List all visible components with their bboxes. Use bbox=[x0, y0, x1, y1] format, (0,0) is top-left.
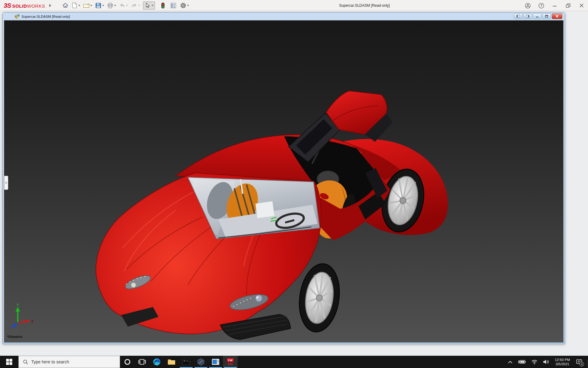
doc-close-icon bbox=[555, 15, 559, 18]
task-view-button[interactable] bbox=[135, 356, 149, 368]
menu-flyout-arrow-icon[interactable] bbox=[49, 4, 51, 7]
notification-badge: 3 bbox=[579, 362, 584, 366]
document-title: Supercar.SLDASM [Read-only] bbox=[14, 14, 70, 19]
open-dropdown[interactable] bbox=[90, 5, 92, 6]
command-prompt-icon: C:\_ bbox=[183, 359, 190, 365]
save-dropdown[interactable] bbox=[102, 5, 104, 6]
doc-restore-button[interactable] bbox=[542, 13, 551, 19]
clock-date: 3/5/2021 bbox=[555, 362, 570, 366]
taskbar-edge[interactable] bbox=[149, 356, 164, 368]
print-button[interactable] bbox=[107, 2, 114, 10]
network-status[interactable] bbox=[529, 356, 540, 368]
design-library-button[interactable] bbox=[170, 2, 177, 10]
triad-y-label: Y bbox=[17, 303, 19, 307]
save-icon bbox=[96, 3, 101, 8]
windows-logo-icon bbox=[6, 359, 12, 365]
new-document-icon bbox=[72, 2, 77, 8]
search-input[interactable] bbox=[31, 359, 108, 364]
select-tool-group bbox=[143, 2, 155, 10]
open-folder-icon bbox=[83, 3, 90, 8]
undo-dropdown[interactable] bbox=[126, 5, 128, 6]
solidworks-2021-icon: SW 2021 bbox=[227, 358, 234, 366]
print-icon bbox=[107, 3, 113, 8]
undo-icon bbox=[119, 3, 125, 8]
select-tool-dropdown[interactable] bbox=[152, 5, 153, 6]
rebuild-button[interactable] bbox=[159, 2, 167, 10]
minimize-icon bbox=[552, 3, 557, 8]
options-button[interactable] bbox=[179, 2, 187, 10]
window-title: Supercar.SLDASM [Read-only] bbox=[309, 0, 420, 11]
new-document-button[interactable] bbox=[71, 2, 78, 10]
graphics-viewport[interactable]: Y X *Dimetric bbox=[4, 20, 564, 343]
help-button[interactable]: ? bbox=[538, 2, 545, 9]
application-titlebar: 3S SOLID WORKS bbox=[0, 0, 588, 11]
doc-minimize-button[interactable] bbox=[533, 13, 541, 19]
action-center-button[interactable]: 3 bbox=[573, 356, 586, 368]
right-pane-icon bbox=[526, 15, 530, 18]
reference-triad: Y X bbox=[9, 303, 34, 328]
search-icon bbox=[23, 359, 28, 365]
save-button[interactable] bbox=[95, 2, 102, 10]
edge-icon bbox=[153, 358, 161, 366]
design-library-icon bbox=[171, 3, 176, 8]
taskbar-clock[interactable]: 12:50 PM 3/5/2021 bbox=[552, 358, 573, 366]
file-explorer-icon bbox=[168, 358, 175, 365]
help-icon: ? bbox=[538, 3, 544, 9]
ds-logo-icon: 3S bbox=[4, 2, 11, 9]
cortana-icon bbox=[124, 358, 131, 365]
account-icon bbox=[525, 3, 531, 9]
home-icon bbox=[62, 2, 68, 8]
close-button[interactable] bbox=[578, 2, 585, 9]
restore-button[interactable] bbox=[565, 2, 571, 9]
task-view-icon bbox=[138, 359, 146, 365]
taskbar-file-explorer[interactable] bbox=[164, 356, 179, 368]
doc-close-button[interactable] bbox=[552, 13, 562, 19]
chevron-up-icon bbox=[508, 361, 512, 363]
account-button[interactable] bbox=[524, 2, 531, 9]
volume-status[interactable] bbox=[540, 356, 552, 368]
show-right-pane-button[interactable] bbox=[523, 13, 532, 19]
remote-window-icon bbox=[212, 358, 220, 365]
document-titlebar[interactable]: Supercar.SLDASM [Read-only] bbox=[4, 13, 564, 20]
view-orientation-label: *Dimetric bbox=[7, 335, 23, 339]
mdi-client-area: Supercar.SLDASM [Read-only] bbox=[0, 11, 588, 356]
feature-pane-flyout-tab[interactable] bbox=[4, 176, 8, 190]
print-dropdown[interactable] bbox=[114, 5, 116, 6]
front-wheel bbox=[295, 261, 344, 335]
document-window-controls bbox=[514, 13, 562, 19]
doc-restore-icon bbox=[545, 15, 548, 18]
start-button[interactable] bbox=[0, 356, 18, 368]
show-desktop-divider[interactable] bbox=[587, 359, 587, 367]
hexagon-app-icon bbox=[197, 358, 205, 366]
quick-access-toolbar bbox=[60, 2, 190, 10]
windows-taskbar: C:\_ SW 2021 12:50 PM 3/5/2021 3 bbox=[0, 356, 588, 368]
solidworks-logo: 3S SOLID WORKS bbox=[4, 2, 45, 9]
document-window: Supercar.SLDASM [Read-only] bbox=[2, 12, 565, 344]
redo-icon bbox=[131, 3, 137, 8]
options-dropdown[interactable] bbox=[187, 5, 189, 6]
redo-button[interactable] bbox=[130, 2, 138, 10]
taskbar-command-prompt[interactable]: C:\_ bbox=[179, 356, 194, 368]
taskbar-search-box[interactable] bbox=[18, 356, 120, 368]
taskbar-edrawings[interactable] bbox=[194, 356, 208, 368]
speaker-icon bbox=[543, 359, 549, 364]
minimize-button[interactable] bbox=[551, 2, 558, 9]
home-button[interactable] bbox=[62, 2, 69, 10]
gear-icon bbox=[180, 2, 186, 9]
undo-button[interactable] bbox=[119, 2, 126, 10]
close-icon bbox=[579, 3, 584, 8]
taskbar-remote-window[interactable] bbox=[208, 356, 223, 368]
system-tray: 12:50 PM 3/5/2021 3 bbox=[505, 356, 588, 368]
redo-dropdown[interactable] bbox=[138, 5, 140, 6]
battery-status[interactable] bbox=[515, 356, 529, 368]
tray-chevron-button[interactable] bbox=[505, 356, 515, 368]
cortana-button[interactable] bbox=[120, 356, 135, 368]
select-tool-button[interactable] bbox=[144, 2, 151, 10]
taskbar-solidworks[interactable]: SW 2021 bbox=[223, 356, 238, 368]
open-button[interactable] bbox=[83, 2, 90, 10]
assembly-icon bbox=[14, 14, 20, 19]
supercar-3d-model[interactable] bbox=[4, 21, 563, 342]
show-left-pane-button[interactable] bbox=[514, 13, 522, 19]
new-document-dropdown[interactable] bbox=[78, 5, 80, 6]
restore-icon bbox=[566, 3, 571, 8]
